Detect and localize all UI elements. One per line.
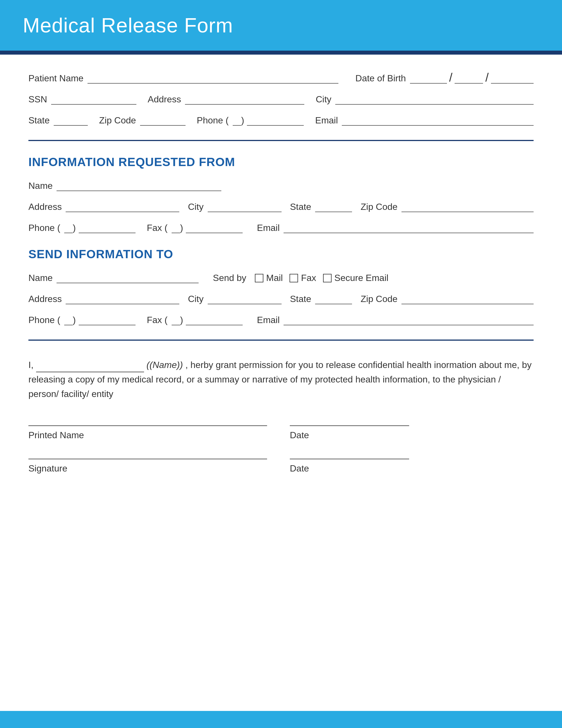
info-fax-area[interactable] [172, 222, 180, 233]
signature-section: Printed Name Date Signature Date [28, 424, 534, 474]
secure-email-checkbox[interactable] [323, 274, 331, 282]
send-info-section: SEND INFORMATION TO Name Send by Mail Fa… [28, 247, 534, 325]
send-email-label: Email [257, 315, 280, 325]
info-state-label: State [290, 202, 311, 212]
date-1-line[interactable] [290, 424, 409, 426]
send-phone-number[interactable] [79, 315, 136, 325]
dob-slash-1: / [449, 72, 453, 84]
patient-row-3: State Zip Code Phone ( ) Email [28, 115, 534, 126]
fax-option[interactable]: Fax [289, 273, 316, 283]
send-city-field[interactable] [208, 293, 281, 304]
dob-slash-2: / [485, 72, 489, 84]
patient-name-field[interactable] [88, 73, 338, 84]
info-address-row: Address City State Zip Code [28, 201, 534, 212]
fax-checkbox-label: Fax [301, 273, 316, 283]
send-phone-label: Phone ( [28, 315, 60, 325]
auth-paragraph: I, ((Name)) , herby grant permission for… [28, 358, 534, 402]
info-city-field[interactable] [208, 201, 281, 212]
send-fax-label: Fax ( [147, 315, 168, 325]
info-address-field[interactable] [66, 201, 179, 212]
state-field[interactable] [54, 115, 88, 126]
zip-label: Zip Code [99, 115, 136, 126]
state-label: State [28, 115, 50, 126]
send-fax-area[interactable] [172, 315, 180, 325]
info-state-field[interactable] [315, 201, 352, 212]
phone-close: ) [241, 115, 244, 126]
divider-1 [28, 140, 534, 141]
send-zip-field[interactable] [401, 293, 534, 304]
mail-option[interactable]: Mail [255, 273, 283, 283]
info-name-field[interactable] [57, 180, 221, 191]
header-section: Medical Release Form [0, 0, 562, 51]
secure-email-label: Secure Email [334, 273, 388, 283]
send-state-field[interactable] [315, 293, 352, 304]
send-by-options: Mail Fax Secure Email [255, 273, 388, 283]
printed-name-row: Printed Name Date [28, 424, 534, 440]
phone-number-field[interactable] [247, 115, 304, 126]
info-email-label: Email [257, 223, 280, 233]
main-content: Patient Name Date of Birth / / SSN Addre… [0, 55, 562, 711]
send-fax-close: ) [180, 315, 183, 325]
dob-year-field[interactable] [491, 73, 534, 84]
send-by-label: Send by [213, 273, 246, 283]
printed-name-line[interactable] [28, 424, 267, 426]
ssn-label: SSN [28, 94, 47, 105]
info-fax-number[interactable] [186, 222, 243, 233]
phone-area-field[interactable] [233, 115, 241, 126]
info-requested-heading: INFORMATION REQUESTED FROM [28, 155, 534, 169]
dob-group: Date of Birth / / [355, 72, 534, 84]
date-2-label: Date [290, 463, 409, 474]
send-phone-area[interactable] [64, 315, 73, 325]
printed-name-group: Printed Name [28, 424, 267, 440]
signature-row: Signature Date [28, 458, 534, 474]
city-label: City [316, 94, 331, 105]
info-phone-area[interactable] [64, 222, 73, 233]
secure-email-option[interactable]: Secure Email [323, 273, 388, 283]
fax-checkbox[interactable] [289, 274, 298, 282]
city-field[interactable] [335, 94, 534, 105]
auth-text-before: I, [28, 360, 34, 370]
info-name-row: Name [28, 180, 534, 191]
info-phone-close: ) [73, 223, 76, 233]
zip-field[interactable] [140, 115, 186, 126]
send-email-field[interactable] [283, 315, 534, 325]
info-name-label: Name [28, 181, 53, 191]
dob-label: Date of Birth [355, 73, 406, 84]
date-1-group: Date [290, 424, 409, 440]
date-1-label: Date [290, 430, 409, 440]
info-zip-label: Zip Code [360, 202, 397, 212]
auth-italic-name: ((Name)) [147, 360, 183, 370]
info-phone-row: Phone ( ) Fax ( ) Email [28, 222, 534, 233]
send-state-label: State [290, 294, 311, 304]
mail-checkbox[interactable] [255, 274, 264, 282]
send-name-label: Name [28, 273, 53, 283]
ssn-field[interactable] [51, 94, 136, 105]
send-address-label: Address [28, 294, 62, 304]
dob-month-field[interactable] [410, 73, 447, 84]
send-address-row: Address City State Zip Code [28, 293, 534, 304]
info-zip-field[interactable] [401, 201, 534, 212]
printed-name-label: Printed Name [28, 430, 267, 440]
send-city-label: City [188, 294, 204, 304]
send-address-field[interactable] [66, 293, 179, 304]
signature-group: Signature [28, 458, 267, 474]
info-email-field[interactable] [283, 222, 534, 233]
info-fax-close: ) [180, 223, 183, 233]
info-fax-label: Fax ( [147, 223, 168, 233]
address-field[interactable] [185, 94, 304, 105]
info-phone-number[interactable] [79, 222, 136, 233]
info-address-label: Address [28, 202, 62, 212]
signature-label: Signature [28, 463, 267, 474]
date-2-line[interactable] [290, 458, 409, 459]
footer-bar [0, 711, 562, 728]
dob-day-field[interactable] [455, 73, 483, 84]
patient-info-section: Patient Name Date of Birth / / SSN Addre… [28, 72, 534, 126]
send-fax-number[interactable] [186, 315, 243, 325]
email-field[interactable] [342, 115, 534, 126]
info-city-label: City [188, 202, 204, 212]
phone-label: Phone ( [197, 115, 229, 126]
auth-name-field[interactable] [36, 362, 144, 372]
authorization-section: I, ((Name)) , herby grant permission for… [28, 358, 534, 402]
send-name-field[interactable] [57, 272, 199, 283]
signature-line[interactable] [28, 458, 267, 459]
